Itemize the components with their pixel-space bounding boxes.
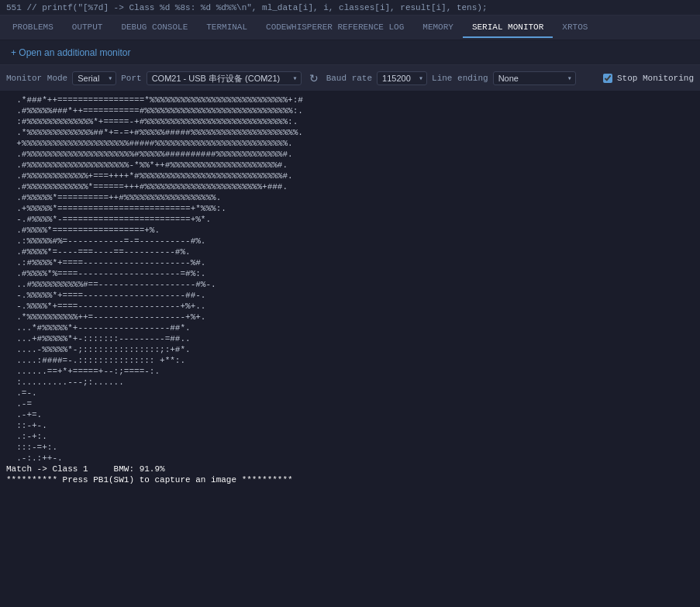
add-monitor-button[interactable]: + Open an additional monitor <box>8 46 133 60</box>
monitor-mode-label: Monitor Mode <box>6 74 67 83</box>
stop-monitoring-area: Stop Monitoring <box>603 74 694 83</box>
monitor-line: :::-=+:. <box>6 442 694 453</box>
app-container: 551 // printf("[%7d] -> Class %d %8s: %d… <box>0 0 700 607</box>
monitor-line: Match -> Class 1 BMW: 91.9% <box>6 464 694 474</box>
monitor-line: .#%%%%%###*++===========#%%%%%%%%%%%%%%%… <box>6 105 694 116</box>
tab-output[interactable]: OUTPUT <box>63 18 112 38</box>
stop-monitoring-label: Stop Monitoring <box>617 74 694 83</box>
monitor-line: .#%%%%%%%%%%%%%%%%%%%%%#%%%%%##########%… <box>6 149 694 160</box>
monitor-line: ********** Press PB1(SW1) to capture an … <box>6 474 694 485</box>
tab-bar: PROBLEMS OUTPUT DEBUG CONSOLE TERMINAL C… <box>0 16 700 40</box>
monitor-line: .-+=. <box>6 409 694 420</box>
stop-monitoring-checkbox[interactable] <box>603 74 612 83</box>
monitor-line: .*###*++=================*%%%%%%%%%%%%%%… <box>6 95 694 105</box>
monitor-line: .#%%%%%%%%%%%%+===++++*#%%%%%%%%%%%%%%%%… <box>6 171 694 181</box>
monitor-line: .=-. <box>6 388 694 398</box>
baud-rate-label: Baud rate <box>326 74 372 83</box>
monitor-toolbar: Monitor Mode Serial Port COM21 - USB 串行设… <box>0 65 700 91</box>
tab-serial-monitor[interactable]: SERIAL MONITOR <box>463 18 553 38</box>
monitor-line: .:#%%%%*+====---------------------%#. <box>6 257 694 268</box>
add-monitor-bar: + Open an additional monitor <box>0 40 700 65</box>
line-ending-select[interactable]: NoneNewlineCarriage ReturnBoth NL & CR <box>493 71 576 85</box>
line-ending-label: Line ending <box>432 74 488 83</box>
monitor-line: :.........---;:...... <box>6 377 694 388</box>
tab-codewhisperer[interactable]: CODEWHISPERER REFERENCE LOG <box>257 18 413 38</box>
monitor-line: .#%%%%%*==========++#%%%%%%%%%%%%%%%%%%. <box>6 192 694 203</box>
monitor-line: .#%%%%*=----===----==----------#%. <box>6 247 694 257</box>
monitor-line: ...+#%%%%%*+-:::::::---------=##.. <box>6 333 694 344</box>
code-bar: 551 // printf("[%7d] -> Class %d %8s: %d… <box>0 0 700 16</box>
port-label: Port <box>121 74 141 83</box>
content-area: .*###*++=================*%%%%%%%%%%%%%%… <box>0 91 700 607</box>
monitor-line: ..#%%%%%%%%%%#==-------------------#%-. <box>6 279 694 290</box>
line-ending-wrapper: NoneNewlineCarriage ReturnBoth NL & CR <box>493 71 576 85</box>
monitor-line: .+%%%%%*==========================+*%%%:… <box>6 203 694 214</box>
monitor-mode-wrapper: Serial <box>72 71 116 85</box>
tab-debug-console[interactable]: DEBUG CONSOLE <box>112 18 197 38</box>
monitor-line: .*%%%%%%%%%%%%%##*+=-=+#%%%%%#####%%%%%%… <box>6 127 694 138</box>
monitor-line: .*%%%%%%%%%%++=------------------+%+. <box>6 312 694 322</box>
monitor-line: ....:####=-.::::::::::::::: +**:. <box>6 355 694 366</box>
tab-memory[interactable]: MEMORY <box>413 18 463 38</box>
port-select[interactable]: COM21 - USB 串行设备 (COM21) <box>147 71 302 85</box>
monitor-line: -.%%%%*+====--------------------+%+.. <box>6 301 694 312</box>
monitor-line: .#%%%%*==================+%. <box>6 225 694 236</box>
monitor-line: .-= <box>6 398 694 409</box>
monitor-line: :#%%%%%%%%%%%%%*+=====-+#%%%%%%%%%%%%%%%… <box>6 116 694 127</box>
monitor-line: .#%%%%%%%%%%%%*======+++#%%%%%%%%%%%%%%%… <box>6 181 694 192</box>
tab-terminal[interactable]: TERMINAL <box>197 18 257 38</box>
monitor-mode-select[interactable]: Serial <box>72 71 116 85</box>
tab-xrtos[interactable]: XRTOS <box>553 18 597 38</box>
baud-rate-select[interactable]: 9600192003840057600115200230400 <box>377 71 427 85</box>
monitor-line: .#%%%%%%%%%%%%%%%%%%%%-*%%*++#%%%%%%%%%%… <box>6 160 694 171</box>
port-wrapper: COM21 - USB 串行设备 (COM21) <box>147 71 302 85</box>
monitor-line: ::-+-. <box>6 420 694 431</box>
monitor-line: -.#%%%%*-=========================+%*. <box>6 214 694 225</box>
refresh-button[interactable]: ↻ <box>306 71 322 86</box>
monitor-line: .#%%%%*%====--------------------=#%:. <box>6 268 694 279</box>
add-monitor-label: + Open an additional monitor <box>11 47 130 58</box>
monitor-line: ...*#%%%%%*+------------------##*. <box>6 322 694 333</box>
tab-problems[interactable]: PROBLEMS <box>3 18 63 38</box>
monitor-line: ......==+*+=====+--:;====-:. <box>6 366 694 377</box>
monitor-output[interactable]: .*###*++=================*%%%%%%%%%%%%%%… <box>0 91 700 607</box>
monitor-line: .-:.:++-. <box>6 453 694 464</box>
monitor-line: .:-+:. <box>6 431 694 442</box>
monitor-line: +%%%%%%%%%%%%%%%%%%%%%#####%%%%%%%%%%%%%… <box>6 138 694 149</box>
code-bar-text: 551 // printf("[%7d] -> Class %d %8s: %d… <box>6 3 488 12</box>
monitor-line: .:%%%%%#%=-----------=-=----------#%. <box>6 236 694 247</box>
monitor-line: -.%%%%%*+====--------------------##-. <box>6 290 694 301</box>
monitor-line: ....-%%%%%*-;:::::::::::::::;:+#*. <box>6 344 694 355</box>
baud-rate-wrapper: 9600192003840057600115200230400 <box>377 71 427 85</box>
